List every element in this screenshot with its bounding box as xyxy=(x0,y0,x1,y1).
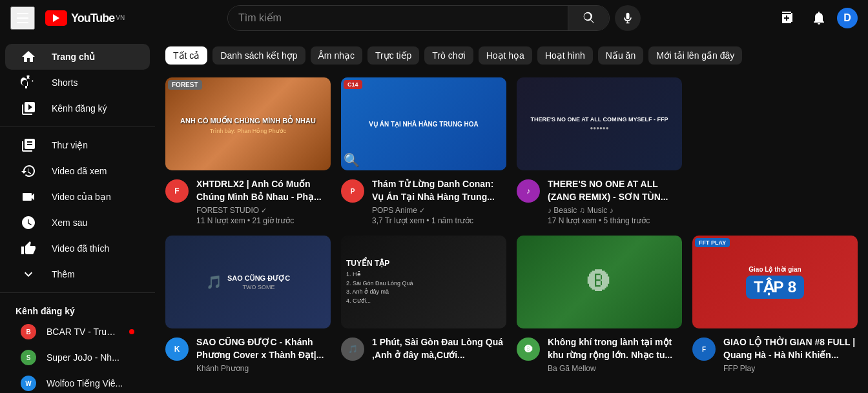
watch-later-icon xyxy=(21,215,36,230)
filter-chip-2[interactable]: Âm nhạc xyxy=(311,46,362,65)
channel-item-0[interactable]: B BCAR TV - Truyề... xyxy=(5,319,150,345)
video-card-6[interactable]: FFT PLAY Giao Lộ thời gian TẬP 8 F GIAO … xyxy=(692,236,858,374)
filter-chip-6[interactable]: Hoạt hình xyxy=(537,46,593,65)
sidebar-item-watch-later[interactable]: Xem sau xyxy=(5,210,150,236)
sidebar-label-shorts: Shorts xyxy=(52,77,78,88)
mic-button[interactable] xyxy=(615,5,641,31)
history-icon xyxy=(21,163,36,179)
sidebar-label-liked: Video đã thích xyxy=(52,243,109,254)
video-info-0: F XHTDRLX2 | Anh Có Muốn Chúng Mình Bỏ N… xyxy=(165,178,331,225)
search-input[interactable] xyxy=(228,6,568,30)
sidebar-divider-1 xyxy=(0,126,155,127)
filter-chips: Tất cả Danh sách kết hợp Âm nhạc Trực ti… xyxy=(165,46,858,65)
sidebar-divider-2 xyxy=(0,292,155,293)
sidebar-label-more: Thêm xyxy=(52,269,75,279)
channel-thumb-0: F xyxy=(165,179,189,203)
sidebar-item-home[interactable]: Trang chủ xyxy=(5,44,150,70)
video-meta-2: 17 N lượt xem • 5 tháng trước xyxy=(548,216,682,225)
live-indicator-0 xyxy=(129,329,134,334)
sidebar-item-liked-videos[interactable]: Video đã thích xyxy=(5,236,150,261)
video-info-3: K SAO CŨNG ĐƯỢC - Khánh Phương Cover x T… xyxy=(165,336,331,374)
sidebar-item-my-videos[interactable]: Video của bạn xyxy=(5,184,150,210)
filter-chip-0[interactable]: Tất cả xyxy=(165,46,207,65)
filter-chip-7[interactable]: Nấu ăn xyxy=(598,46,643,65)
video-title-3: SAO CŨNG ĐƯỢC - Khánh Phương Cover x Thà… xyxy=(196,336,331,361)
channel-item-1[interactable]: S Super JoJo - Nh... xyxy=(5,345,150,370)
video-card-3[interactable]: 🎵 SAO CŨNG ĐƯỢCTWO SOME K SAO CŨNG ĐƯỢC … xyxy=(165,236,331,374)
video-meta-0: 11 N lượt xem • 21 giờ trước xyxy=(196,216,331,225)
home-icon xyxy=(21,49,36,65)
channel-name-0: BCAR TV - Truyề... xyxy=(46,327,119,337)
sidebar-item-more[interactable]: Thêm xyxy=(5,261,150,287)
video-details-5: Không khí trong lành tại một khu rừng rộ… xyxy=(548,336,682,374)
video-card-0[interactable]: FOREST ANH CÓ MUỐN CHÚNG MÌNH BỎ NHAU Tr… xyxy=(165,77,331,225)
video-details-3: SAO CŨNG ĐƯỢC - Khánh Phương Cover x Thà… xyxy=(196,336,331,374)
video-thumb-0: FOREST ANH CÓ MUỐN CHÚNG MÌNH BỎ NHAU Tr… xyxy=(165,77,331,170)
video-thumb-4: TUYỂN TẬP 1. Hễ2. Sài Gòn Đau Lòng Quá3.… xyxy=(341,236,506,328)
video-info-6: F GIAO LỘ THỜI GIAN #8 FULL | Quang Hà -… xyxy=(692,336,858,374)
sidebar-label-watch-later: Xem sau xyxy=(52,217,87,228)
search-button[interactable] xyxy=(568,6,609,30)
video-thumb-3: 🎵 SAO CŨNG ĐƯỢCTWO SOME xyxy=(165,236,331,328)
channel-avatar-2: W xyxy=(21,376,36,391)
sidebar-item-library[interactable]: Thư viện xyxy=(5,132,150,158)
youtube-logo[interactable]: YouTubeVN xyxy=(45,10,125,26)
video-channel-3: Khánh Phương xyxy=(196,364,331,373)
video-details-0: XHTDRLX2 | Anh Có Muốn Chúng Mình Bỏ Nha… xyxy=(196,178,331,225)
my-videos-icon xyxy=(21,189,36,205)
video-thumb-1: C14 VỤ ÁN TẠI NHÀ HÀNG TRUNG HOA 🔍 xyxy=(341,77,506,170)
filter-chip-5[interactable]: Hoạt họa xyxy=(479,46,532,65)
video-details-1: Thám Tử Lừng Danh Conan: Vụ Án Tại Nhà H… xyxy=(372,178,506,225)
sidebar-item-shorts[interactable]: Shorts xyxy=(5,70,150,96)
video-details-6: GIAO LỘ THỜI GIAN #8 FULL | Quang Hà - H… xyxy=(723,336,858,374)
video-thumb-5: 🅑 xyxy=(517,236,682,328)
library-icon xyxy=(21,137,36,153)
video-card-1[interactable]: C14 VỤ ÁN TẠI NHÀ HÀNG TRUNG HOA 🔍 P Thá… xyxy=(341,77,506,225)
channel-thumb-5: 🅑 xyxy=(517,338,540,361)
header-right: D xyxy=(716,5,858,31)
channel-item-2[interactable]: W Wolfoo Tiếng Viê... xyxy=(5,370,150,393)
video-card-2[interactable]: THERE'S NO ONE AT ALL COMING MYSELF - FF… xyxy=(517,77,682,225)
video-info-2: ♪ THERE'S NO ONE AT ALL (ZANG REMIX) - S… xyxy=(517,178,682,225)
filter-chip-4[interactable]: Trò chơi xyxy=(424,46,473,65)
video-title-0: XHTDRLX2 | Anh Có Muốn Chúng Mình Bỏ Nha… xyxy=(196,178,331,203)
video-channel-1: POPS Anime ✓ xyxy=(372,206,506,215)
sidebar: Trang chủ Shorts Kênh đăng ký Thư viện V… xyxy=(0,36,155,393)
video-card-4[interactable]: TUYỂN TẬP 1. Hễ2. Sài Gòn Đau Lòng Quá3.… xyxy=(341,236,506,374)
video-thumb-2: THERE'S NO ONE AT ALL COMING MYSELF - FF… xyxy=(517,77,682,170)
channel-thumb-1: P xyxy=(341,179,364,203)
liked-videos-icon xyxy=(21,241,36,256)
avatar[interactable]: D xyxy=(837,8,858,28)
video-title-6: GIAO LỘ THỜI GIAN #8 FULL | Quang Hà - H… xyxy=(723,336,858,361)
channel-name-1: Super JoJo - Nh... xyxy=(46,352,134,363)
video-channel-2: ♪ Beasic ♫ Music ♪ xyxy=(548,206,682,215)
sidebar-label-my-videos: Video của bạn xyxy=(52,192,111,202)
sidebar-item-history[interactable]: Video đã xem xyxy=(5,158,150,184)
header-left: YouTubeVN xyxy=(10,6,152,30)
sidebar-item-subscriptions[interactable]: Kênh đăng ký xyxy=(5,96,150,121)
hamburger-menu[interactable] xyxy=(10,6,35,30)
video-info-1: P Thám Tử Lừng Danh Conan: Vụ Án Tại Nhà… xyxy=(341,178,506,225)
notifications-button[interactable] xyxy=(806,5,832,31)
video-info-4: 🎵 1 Phút, Sài Gòn Đau Lòng Quá ,Anh ở đâ… xyxy=(341,336,506,364)
youtube-logo-icon xyxy=(45,10,67,26)
sidebar-label-subscriptions: Kênh đăng ký xyxy=(52,103,107,114)
shorts-icon xyxy=(21,75,36,90)
channel-avatar-0: B xyxy=(21,324,36,339)
video-title-4: 1 Phút, Sài Gòn Đau Lòng Quá ,Anh ở đây … xyxy=(372,336,506,361)
filter-chip-3[interactable]: Trực tiếp xyxy=(367,46,419,65)
header-center xyxy=(227,5,641,31)
channel-thumb-4: 🎵 xyxy=(341,338,364,361)
video-title-2: THERE'S NO ONE AT ALL (ZANG REMIX) - SƠN… xyxy=(548,178,682,203)
filter-chip-1[interactable]: Danh sách kết hợp xyxy=(212,46,305,65)
logo-text: YouTube xyxy=(71,12,114,25)
channel-thumb-3: K xyxy=(165,338,189,361)
sidebar-label-home: Trang chủ xyxy=(52,52,95,62)
video-card-5[interactable]: 🅑 🅑 Không khí trong lành tại một khu rừn… xyxy=(517,236,682,374)
video-title-1: Thám Tử Lừng Danh Conan: Vụ Án Tại Nhà H… xyxy=(372,178,506,203)
upload-button[interactable] xyxy=(775,5,801,31)
main-content: Tất cả Danh sách kết hợp Âm nhạc Trực ti… xyxy=(155,36,868,393)
filter-chip-8[interactable]: Mới tải lên gần đây xyxy=(648,46,742,65)
video-info-5: 🅑 Không khí trong lành tại một khu rừng … xyxy=(517,336,682,374)
video-meta-1: 3,7 Tr lượt xem • 1 năm trước xyxy=(372,216,506,225)
